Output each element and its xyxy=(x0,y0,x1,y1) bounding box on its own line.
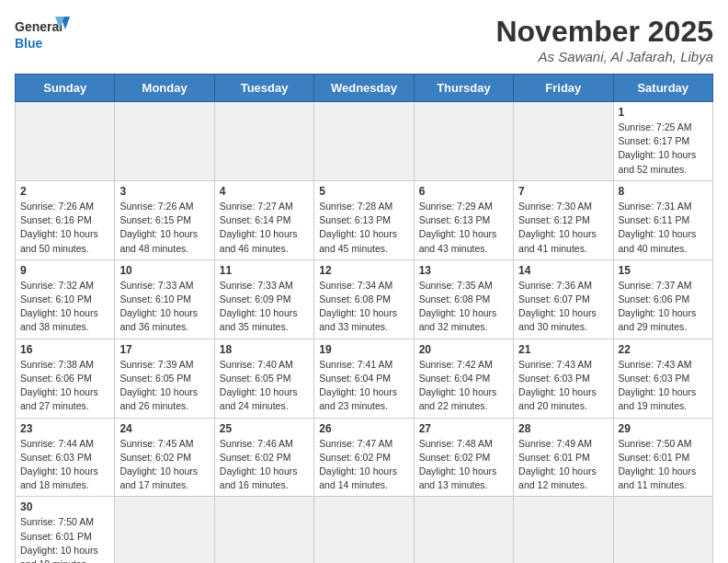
day-cell: 3Sunrise: 7:26 AM Sunset: 6:15 PM Daylig… xyxy=(115,180,214,259)
day-header-saturday: Saturday xyxy=(613,75,712,102)
day-info: Sunrise: 7:40 AM Sunset: 6:05 PM Dayligh… xyxy=(220,358,309,414)
day-cell xyxy=(414,497,513,563)
day-number: 10 xyxy=(119,264,209,277)
day-cell: 20Sunrise: 7:42 AM Sunset: 6:04 PM Dayli… xyxy=(414,339,513,418)
day-cell xyxy=(414,102,513,181)
day-info: Sunrise: 7:47 AM Sunset: 6:02 PM Dayligh… xyxy=(319,437,408,493)
day-cell: 5Sunrise: 7:28 AM Sunset: 6:13 PM Daylig… xyxy=(314,180,414,259)
day-cell: 11Sunrise: 7:33 AM Sunset: 6:09 PM Dayli… xyxy=(214,259,313,339)
day-header-wednesday: Wednesday xyxy=(314,75,414,102)
day-cell xyxy=(115,102,214,181)
day-number: 19 xyxy=(319,343,408,356)
day-number: 24 xyxy=(119,422,209,435)
week-row-1: 1Sunrise: 7:25 AM Sunset: 6:17 PM Daylig… xyxy=(16,102,713,181)
day-cell: 14Sunrise: 7:36 AM Sunset: 6:07 PM Dayli… xyxy=(514,259,613,339)
day-number: 12 xyxy=(319,264,408,277)
day-cell xyxy=(214,497,313,563)
day-info: Sunrise: 7:26 AM Sunset: 6:15 PM Dayligh… xyxy=(119,200,209,256)
day-info: Sunrise: 7:36 AM Sunset: 6:07 PM Dayligh… xyxy=(518,279,608,335)
day-cell: 23Sunrise: 7:44 AM Sunset: 6:03 PM Dayli… xyxy=(16,418,115,497)
day-number: 28 xyxy=(518,422,608,435)
day-cell: 21Sunrise: 7:43 AM Sunset: 6:03 PM Dayli… xyxy=(514,339,613,418)
day-info: Sunrise: 7:46 AM Sunset: 6:02 PM Dayligh… xyxy=(220,437,309,493)
day-number: 2 xyxy=(20,185,109,198)
day-number: 22 xyxy=(619,343,708,356)
day-number: 14 xyxy=(518,264,608,277)
week-row-4: 16Sunrise: 7:38 AM Sunset: 6:06 PM Dayli… xyxy=(16,339,713,418)
day-number: 5 xyxy=(319,185,408,198)
day-info: Sunrise: 7:42 AM Sunset: 6:04 PM Dayligh… xyxy=(419,358,508,414)
day-number: 21 xyxy=(518,343,608,356)
day-info: Sunrise: 7:34 AM Sunset: 6:08 PM Dayligh… xyxy=(319,279,408,335)
day-cell xyxy=(314,497,414,563)
day-cell: 15Sunrise: 7:37 AM Sunset: 6:06 PM Dayli… xyxy=(613,259,712,339)
calendar-table: SundayMondayTuesdayWednesdayThursdayFrid… xyxy=(15,74,713,563)
day-cell: 24Sunrise: 7:45 AM Sunset: 6:02 PM Dayli… xyxy=(115,418,214,497)
day-cell: 4Sunrise: 7:27 AM Sunset: 6:14 PM Daylig… xyxy=(214,180,313,259)
day-info: Sunrise: 7:50 AM Sunset: 6:01 PM Dayligh… xyxy=(619,437,708,493)
day-info: Sunrise: 7:28 AM Sunset: 6:13 PM Dayligh… xyxy=(319,200,408,256)
day-number: 13 xyxy=(419,264,508,277)
day-cell xyxy=(214,102,313,181)
day-info: Sunrise: 7:30 AM Sunset: 6:12 PM Dayligh… xyxy=(518,200,608,256)
day-info: Sunrise: 7:50 AM Sunset: 6:01 PM Dayligh… xyxy=(20,515,109,563)
day-number: 9 xyxy=(20,264,109,277)
day-number: 4 xyxy=(220,185,309,198)
svg-text:Blue: Blue xyxy=(15,36,43,51)
day-cell: 16Sunrise: 7:38 AM Sunset: 6:06 PM Dayli… xyxy=(16,339,115,418)
week-row-3: 9Sunrise: 7:32 AM Sunset: 6:10 PM Daylig… xyxy=(16,259,713,339)
day-cell: 22Sunrise: 7:43 AM Sunset: 6:03 PM Dayli… xyxy=(613,339,712,418)
day-info: Sunrise: 7:33 AM Sunset: 6:09 PM Dayligh… xyxy=(220,279,309,335)
day-cell: 28Sunrise: 7:49 AM Sunset: 6:01 PM Dayli… xyxy=(514,418,613,497)
day-cell: 17Sunrise: 7:39 AM Sunset: 6:05 PM Dayli… xyxy=(115,339,214,418)
day-info: Sunrise: 7:35 AM Sunset: 6:08 PM Dayligh… xyxy=(419,279,508,335)
day-cell xyxy=(16,102,115,181)
day-info: Sunrise: 7:32 AM Sunset: 6:10 PM Dayligh… xyxy=(20,279,109,335)
day-cell: 2Sunrise: 7:26 AM Sunset: 6:16 PM Daylig… xyxy=(16,180,115,259)
day-cell: 27Sunrise: 7:48 AM Sunset: 6:02 PM Dayli… xyxy=(414,418,513,497)
day-number: 20 xyxy=(419,343,508,356)
day-number: 8 xyxy=(619,185,708,198)
day-cell: 1Sunrise: 7:25 AM Sunset: 6:17 PM Daylig… xyxy=(613,102,712,181)
day-cell: 18Sunrise: 7:40 AM Sunset: 6:05 PM Dayli… xyxy=(214,339,313,418)
day-number: 23 xyxy=(20,422,109,435)
day-info: Sunrise: 7:48 AM Sunset: 6:02 PM Dayligh… xyxy=(419,437,508,493)
day-info: Sunrise: 7:33 AM Sunset: 6:10 PM Dayligh… xyxy=(119,279,209,335)
day-info: Sunrise: 7:31 AM Sunset: 6:11 PM Dayligh… xyxy=(619,200,708,256)
day-number: 7 xyxy=(518,185,608,198)
header: General Blue November 2025 As Sawani, Al… xyxy=(15,15,713,64)
day-cell: 6Sunrise: 7:29 AM Sunset: 6:13 PM Daylig… xyxy=(414,180,513,259)
day-header-friday: Friday xyxy=(514,75,613,102)
day-number: 6 xyxy=(419,185,508,198)
day-cell: 13Sunrise: 7:35 AM Sunset: 6:08 PM Dayli… xyxy=(414,259,513,339)
week-row-5: 23Sunrise: 7:44 AM Sunset: 6:03 PM Dayli… xyxy=(16,418,713,497)
day-info: Sunrise: 7:39 AM Sunset: 6:05 PM Dayligh… xyxy=(119,358,209,414)
day-cell xyxy=(314,102,414,181)
day-header-thursday: Thursday xyxy=(414,75,513,102)
day-number: 30 xyxy=(20,500,109,513)
day-cell: 10Sunrise: 7:33 AM Sunset: 6:10 PM Dayli… xyxy=(115,259,214,339)
day-number: 16 xyxy=(20,343,109,356)
day-number: 26 xyxy=(319,422,408,435)
month-title: November 2025 xyxy=(495,15,713,49)
day-header-sunday: Sunday xyxy=(16,75,115,102)
day-cell: 26Sunrise: 7:47 AM Sunset: 6:02 PM Dayli… xyxy=(314,418,414,497)
day-info: Sunrise: 7:44 AM Sunset: 6:03 PM Dayligh… xyxy=(20,437,109,493)
day-info: Sunrise: 7:49 AM Sunset: 6:01 PM Dayligh… xyxy=(518,437,608,493)
day-info: Sunrise: 7:27 AM Sunset: 6:14 PM Dayligh… xyxy=(220,200,309,256)
day-cell xyxy=(514,497,613,563)
day-number: 27 xyxy=(419,422,508,435)
day-number: 25 xyxy=(220,422,309,435)
day-cell xyxy=(514,102,613,181)
day-cell: 30Sunrise: 7:50 AM Sunset: 6:01 PM Dayli… xyxy=(16,497,115,563)
day-number: 1 xyxy=(619,106,708,119)
logo: General Blue xyxy=(15,15,70,53)
day-cell: 25Sunrise: 7:46 AM Sunset: 6:02 PM Dayli… xyxy=(214,418,313,497)
day-info: Sunrise: 7:25 AM Sunset: 6:17 PM Dayligh… xyxy=(619,121,708,177)
day-header-monday: Monday xyxy=(115,75,214,102)
day-cell: 19Sunrise: 7:41 AM Sunset: 6:04 PM Dayli… xyxy=(314,339,414,418)
day-info: Sunrise: 7:37 AM Sunset: 6:06 PM Dayligh… xyxy=(619,279,708,335)
day-cell: 29Sunrise: 7:50 AM Sunset: 6:01 PM Dayli… xyxy=(613,418,712,497)
day-info: Sunrise: 7:29 AM Sunset: 6:13 PM Dayligh… xyxy=(419,200,508,256)
day-cell xyxy=(115,497,214,563)
